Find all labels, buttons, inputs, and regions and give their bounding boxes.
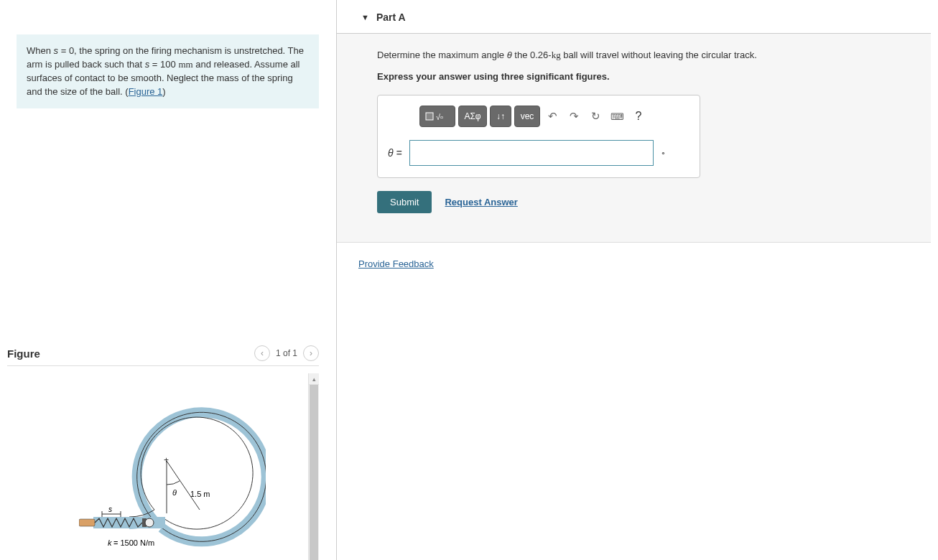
- part-title: Part A: [376, 11, 406, 23]
- problem-text: When s = 0, the spring on the firing mec…: [27, 45, 304, 97]
- answer-input[interactable]: [409, 140, 654, 166]
- svg-text:k: k: [108, 538, 112, 547]
- figure-title: Figure: [7, 347, 40, 360]
- svg-line-1: [167, 461, 200, 510]
- submit-button[interactable]: Submit: [377, 191, 432, 213]
- instruction-text: Express your answer using three signific…: [377, 71, 931, 82]
- equation-toolbar: √▫ ΑΣφ ↓↑ vec ↶ ↷ ↻ ⌨ ?: [419, 106, 689, 127]
- figure-header: Figure ‹ 1 of 1 ›: [7, 345, 319, 366]
- figure-count: 1 of 1: [276, 348, 297, 358]
- svg-point-8: [145, 518, 154, 527]
- figure-next-button[interactable]: ›: [303, 345, 319, 361]
- figure-image: + θ 1.5 m: [7, 373, 308, 560]
- collapse-icon: ▼: [361, 13, 369, 22]
- theta-label: θ =: [388, 147, 402, 159]
- figure-scrollbar[interactable]: ▴: [308, 373, 319, 560]
- svg-rect-6: [79, 519, 95, 526]
- figure-link[interactable]: Figure 1: [129, 86, 163, 97]
- answer-box: √▫ ΑΣφ ↓↑ vec ↶ ↷ ↻ ⌨ ? θ = ∘: [377, 95, 700, 178]
- svg-text:1.5 m: 1.5 m: [190, 490, 210, 498]
- templates-icon: √▫: [424, 110, 450, 123]
- vector-button[interactable]: vec: [514, 106, 540, 127]
- figure-prev-button[interactable]: ‹: [254, 345, 270, 361]
- subscript-button[interactable]: ↓↑: [490, 106, 511, 127]
- part-header[interactable]: ▼ Part A: [337, 0, 931, 34]
- templates-button[interactable]: √▫: [419, 106, 455, 127]
- provide-feedback-link[interactable]: Provide Feedback: [337, 243, 931, 269]
- keyboard-button[interactable]: ⌨: [608, 106, 626, 127]
- problem-statement: When s = 0, the spring on the firing mec…: [17, 34, 319, 108]
- figure-nav: ‹ 1 of 1 ›: [254, 345, 319, 361]
- svg-text:s: s: [108, 505, 112, 513]
- redo-button[interactable]: ↷: [565, 106, 583, 127]
- question-text: Determine the maximum angle θ the 0.26-k…: [377, 50, 931, 61]
- greek-button[interactable]: ΑΣφ: [458, 106, 487, 127]
- svg-text:θ: θ: [172, 488, 177, 497]
- undo-button[interactable]: ↶: [543, 106, 562, 127]
- svg-text:√▫: √▫: [436, 113, 443, 121]
- svg-rect-15: [426, 113, 433, 120]
- reset-button[interactable]: ↻: [586, 106, 605, 127]
- request-answer-link[interactable]: Request Answer: [445, 197, 517, 207]
- svg-text:= 1500 N/m: = 1500 N/m: [113, 538, 154, 547]
- help-button[interactable]: ?: [629, 106, 648, 127]
- unit-label: ∘: [661, 149, 666, 158]
